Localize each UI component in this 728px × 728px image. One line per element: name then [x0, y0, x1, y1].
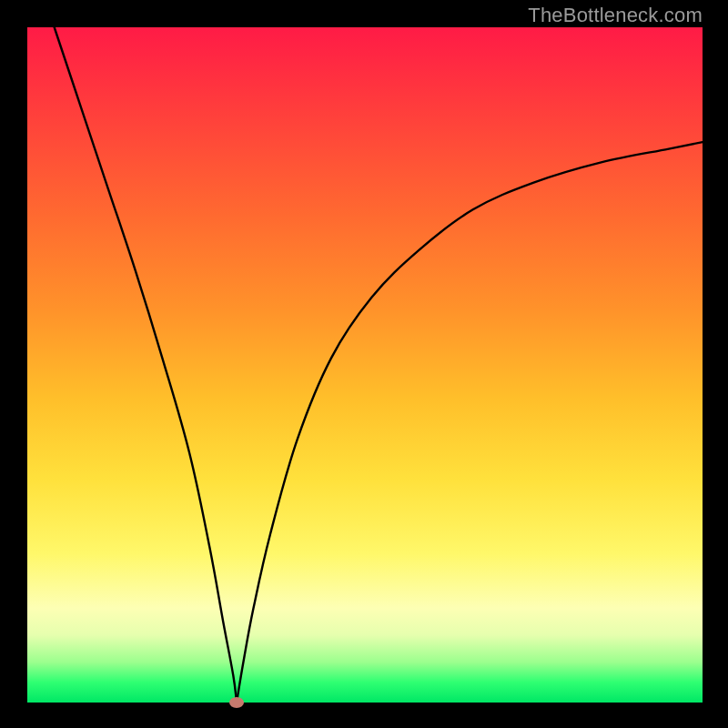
curve-right-branch [237, 142, 703, 703]
bottleneck-curve [27, 27, 703, 703]
plot-area [27, 27, 703, 703]
optimal-point-marker [229, 697, 244, 708]
curve-left-branch [55, 27, 237, 703]
watermark-text: TheBottleneck.com [528, 4, 703, 27]
chart-frame: TheBottleneck.com [0, 0, 728, 728]
